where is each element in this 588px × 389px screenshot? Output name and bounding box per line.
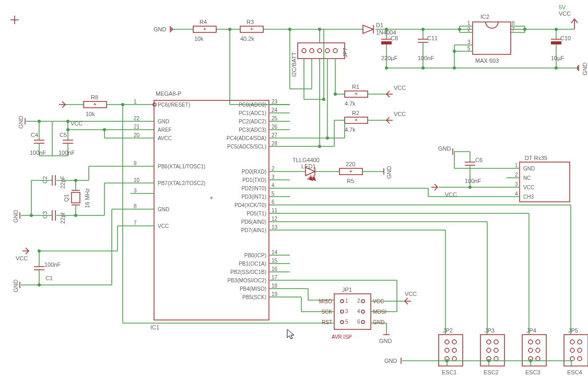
svg-point-267 xyxy=(74,214,77,217)
svg-text:C6: C6 xyxy=(475,157,483,163)
svg-text:CH3: CH3 xyxy=(523,194,534,200)
svg-text:PD6(AIN0): PD6(AIN0) xyxy=(241,219,266,225)
svg-rect-117 xyxy=(381,41,392,44)
svg-text:D1: D1 xyxy=(376,22,383,28)
svg-text:1: 1 xyxy=(345,298,348,304)
svg-point-393 xyxy=(452,357,456,361)
svg-point-402 xyxy=(494,357,498,361)
c10-cap: C10 10µF xyxy=(551,29,571,68)
ic1-right-pins: 23PC0(ADC0) 24PC1(ADC1) 25PC2(ADC2) 26PC… xyxy=(227,99,290,300)
svg-point-282 xyxy=(30,214,33,217)
svg-text:DT Rx35: DT Rx35 xyxy=(525,155,547,161)
svg-point-190 xyxy=(326,136,329,140)
svg-text:100nF: 100nF xyxy=(465,178,481,184)
svg-point-321 xyxy=(340,310,344,313)
svg-text:PD7(AIN1): PD7(AIN1) xyxy=(241,227,266,233)
svg-text:4: 4 xyxy=(272,182,275,188)
svg-text:RST: RST xyxy=(322,319,332,325)
svg-text:+: + xyxy=(349,168,352,174)
svg-text:14: 14 xyxy=(272,249,278,255)
svg-text:AVCC: AVCC xyxy=(158,135,172,141)
svg-point-162 xyxy=(555,28,558,31)
svg-text:GND: GND xyxy=(154,26,167,32)
svg-point-324 xyxy=(361,321,364,324)
svg-point-409 xyxy=(536,348,540,352)
c1-cap: 100nF C1 xyxy=(34,260,61,285)
svg-text:15: 15 xyxy=(272,258,278,264)
svg-point-121 xyxy=(385,28,388,31)
gnd-symbol: GND xyxy=(384,358,401,364)
svg-text:PD3(INT1): PD3(INT1) xyxy=(241,194,266,200)
vcc-5v-symbol: 5V VCC xyxy=(559,4,578,29)
svg-text:19: 19 xyxy=(272,291,278,297)
svg-text:GND: GND xyxy=(523,166,535,171)
svg-marker-111 xyxy=(363,25,373,33)
vcc-arrow xyxy=(431,184,438,190)
svg-text:GND: GND xyxy=(18,116,24,129)
svg-point-174 xyxy=(317,49,322,53)
svg-point-407 xyxy=(536,340,540,344)
svg-text:2: 2 xyxy=(515,172,518,178)
svg-point-419 xyxy=(570,357,574,361)
svg-point-406 xyxy=(528,340,533,344)
svg-text:PB1(OC1A): PB1(OC1A) xyxy=(239,261,266,267)
svg-text:22: 22 xyxy=(134,116,140,121)
svg-text:R2: R2 xyxy=(352,110,359,116)
svg-text:PC5(ADC5/SCL): PC5(ADC5/SCL) xyxy=(227,144,266,150)
svg-text:NC: NC xyxy=(523,175,531,181)
svg-text:JP1: JP1 xyxy=(342,287,352,293)
svg-text:C8: C8 xyxy=(391,35,398,41)
svg-text:220: 220 xyxy=(346,161,355,167)
svg-text:PC2(ADC2): PC2(ADC2) xyxy=(239,119,266,124)
svg-point-435 xyxy=(487,359,490,362)
svg-text:27: 27 xyxy=(272,132,278,138)
svg-text:26: 26 xyxy=(272,124,278,130)
svg-point-173 xyxy=(310,49,314,53)
gnd-symbol: GND xyxy=(154,26,172,32)
svg-text:C5: C5 xyxy=(60,132,67,138)
svg-text:5: 5 xyxy=(467,45,471,51)
svg-point-175 xyxy=(325,49,330,53)
svg-point-214 xyxy=(288,28,291,31)
svg-text:10: 10 xyxy=(134,177,140,183)
svg-text:+: + xyxy=(93,101,97,107)
svg-text:GND: GND xyxy=(582,63,588,76)
svg-point-408 xyxy=(528,348,533,352)
svg-text:7: 7 xyxy=(134,220,137,226)
svg-text:GND: GND xyxy=(373,319,384,325)
ic1-left-pins: 1PC6(/RESET) 22GND 21AREF 20AVCC 9PB6(XT… xyxy=(131,99,205,229)
svg-point-176 xyxy=(333,49,337,53)
svg-text:LED1: LED1 xyxy=(301,163,316,169)
svg-point-232 xyxy=(103,128,106,131)
svg-rect-260 xyxy=(72,192,80,203)
svg-text:2: 2 xyxy=(467,27,471,32)
ic1-type: MEGA8-P xyxy=(156,90,182,97)
svg-point-398 xyxy=(494,340,498,344)
svg-text:8: 8 xyxy=(134,203,137,209)
c11-cap: C11 100nF xyxy=(418,29,438,68)
svg-point-234 xyxy=(66,120,69,123)
c3-cap: C3 22pf xyxy=(42,210,66,224)
svg-text:2: 2 xyxy=(272,166,275,171)
schematic-canvas: MEGA8-P IC1 + 1PC6(/RESET) 22GND 21AREF … xyxy=(0,0,588,389)
svg-text:PD4(XCK/T0): PD4(XCK/T0) xyxy=(234,202,266,208)
svg-text:C10: C10 xyxy=(560,35,571,41)
svg-text:5: 5 xyxy=(272,191,275,197)
svg-text:JP4: JP4 xyxy=(526,327,536,334)
dt-rx35: DT Rx35 1GND 2NC 3VCC 4CH3 xyxy=(507,155,570,202)
svg-text:ESC4: ESC4 xyxy=(567,369,582,375)
svg-text:220µF: 220µF xyxy=(381,55,398,61)
svg-text:GND: GND xyxy=(384,358,397,364)
svg-text:PB3(MOSI/OC2): PB3(MOSI/OC2) xyxy=(228,278,266,283)
vcc-arrow: VCC xyxy=(386,85,406,97)
svg-text:C11: C11 xyxy=(427,35,438,41)
svg-point-322 xyxy=(361,310,364,313)
svg-text:PB6(XTAL1/TOSC1): PB6(XTAL1/TOSC1) xyxy=(158,164,205,169)
svg-text:16 MHz: 16 MHz xyxy=(84,188,90,208)
svg-text:16: 16 xyxy=(272,266,278,272)
svg-text:TLLG4400: TLLG4400 xyxy=(292,157,320,163)
svg-point-418 xyxy=(578,348,582,352)
vcc-arrow xyxy=(22,248,29,254)
svg-text:21: 21 xyxy=(134,124,140,130)
svg-text:MAX 603: MAX 603 xyxy=(475,58,499,64)
